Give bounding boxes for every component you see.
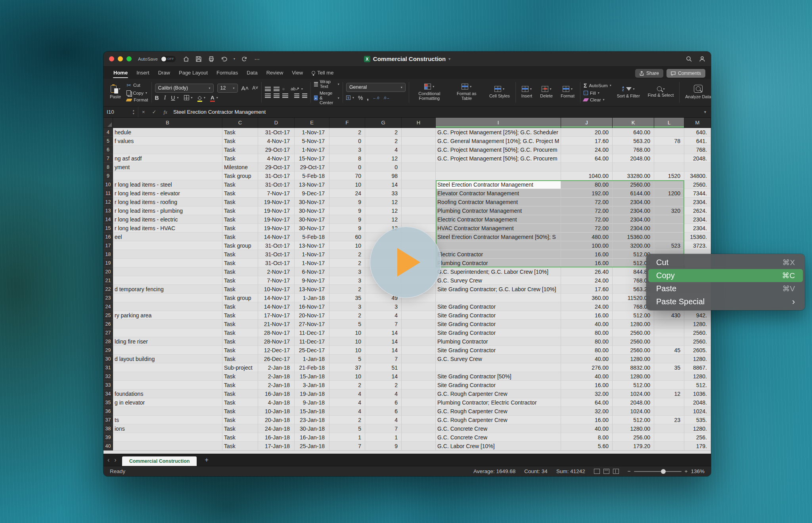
comments-button[interactable]: Comments [666, 69, 705, 78]
font-color-button[interactable]: A▾ [211, 95, 218, 101]
cell-E20[interactable]: 6-Nov-17 [295, 267, 329, 276]
cell-B17[interactable] [113, 241, 222, 250]
row-header-10[interactable]: 10 [103, 180, 113, 189]
cell-I31[interactable] [436, 363, 561, 372]
tab-view[interactable]: View [287, 67, 307, 79]
cell-L15[interactable] [654, 224, 684, 233]
cell-H14[interactable] [402, 215, 436, 224]
row-header-23[interactable]: 23 [103, 294, 113, 302]
cell-L10[interactable] [654, 180, 684, 189]
cell-J11[interactable]: 192.00 [561, 189, 613, 198]
cell-F27[interactable]: 10 [329, 328, 365, 337]
row-header-38[interactable]: 38 [103, 424, 113, 433]
cell-C11[interactable]: Task [222, 189, 258, 198]
cell-K40[interactable]: 179.20 [613, 442, 654, 450]
cell-D6[interactable]: 29-Oct-17 [258, 145, 295, 154]
row-header-14[interactable]: 14 [103, 215, 113, 224]
cell-D32[interactable]: 2-Jan-18 [258, 372, 295, 381]
cell-D8[interactable]: 29-Oct-17 [258, 163, 295, 172]
cell-M39[interactable]: 256. [684, 433, 711, 442]
decrease-indent-icon[interactable] [294, 94, 299, 98]
cell-I20[interactable]: G.C. Superintendent; G.C. Labor Crew [10… [436, 267, 561, 276]
italic-button[interactable]: I [164, 95, 166, 101]
cell-F12[interactable]: 9 [329, 198, 365, 206]
cell-K36[interactable]: 1024.00 [613, 407, 654, 416]
cell-I26[interactable]: Site Grading Contractor [436, 320, 561, 328]
cell-I40[interactable]: G.C. Labor Crew [10%] [436, 442, 561, 450]
cell-G36[interactable]: 6 [365, 407, 402, 416]
cell-D16[interactable]: 14-Nov-17 [258, 233, 295, 241]
row-header-21[interactable]: 21 [103, 276, 113, 285]
cell-B38[interactable]: ions [113, 424, 222, 433]
tab-page-layout[interactable]: Page Layout [174, 67, 212, 79]
cell-F9[interactable]: 70 [329, 172, 365, 180]
cell-B8[interactable]: yment [113, 163, 222, 172]
cell-M6[interactable]: 768. [684, 145, 711, 154]
cell-E30[interactable]: 1-Jan-18 [295, 355, 329, 363]
cell-B7[interactable]: ng asf asdf [113, 154, 222, 163]
cell-I36[interactable]: G.C. Rough Carpenter Crew [436, 407, 561, 416]
row-header-39[interactable]: 39 [103, 433, 113, 442]
cell-L12[interactable] [654, 198, 684, 206]
row-header-16[interactable]: 16 [103, 233, 113, 241]
cell-I12[interactable]: Roofing Contractor Management [436, 198, 561, 206]
cell-I8[interactable] [436, 163, 561, 172]
cell-B10[interactable]: r long lead items - steel [113, 180, 222, 189]
cell-F11[interactable]: 24 [329, 189, 365, 198]
cell-D4[interactable]: 31-Oct-17 [258, 128, 295, 137]
cell-K39[interactable]: 256.00 [613, 433, 654, 442]
cell-E14[interactable]: 30-Nov-17 [295, 215, 329, 224]
row-header-12[interactable]: 12 [103, 198, 113, 206]
cell-E4[interactable]: 1-Nov-17 [295, 128, 329, 137]
cell-M38[interactable]: 1280. [684, 424, 711, 433]
cell-B26[interactable] [113, 320, 222, 328]
cell-H6[interactable] [402, 145, 436, 154]
cell-C17[interactable]: Task group [222, 241, 258, 250]
cell-E19[interactable]: 1-Nov-17 [295, 259, 329, 267]
cell-M37[interactable]: 535. [684, 416, 711, 424]
cell-K13[interactable]: 2304.00 [613, 206, 654, 215]
cell-B19[interactable] [113, 259, 222, 267]
cell-E39[interactable]: 16-Jan-18 [295, 433, 329, 442]
format-cells-button[interactable]: ▾ Format [558, 85, 577, 99]
row-header-4[interactable]: 4 [103, 128, 113, 137]
cell-I9[interactable] [436, 172, 561, 180]
cell-I33[interactable]: Site Grading Contractor [436, 381, 561, 389]
normal-view-icon[interactable] [594, 469, 600, 474]
column-header-b[interactable]: B [113, 118, 222, 128]
cell-I38[interactable]: G.C. Concrete Crew [436, 424, 561, 433]
cell-C39[interactable]: Task [222, 433, 258, 442]
cell-K17[interactable]: 3200.00 [613, 241, 654, 250]
cell-C22[interactable]: Task [222, 285, 258, 294]
cell-D31[interactable]: 2-Jan-18 [258, 363, 295, 372]
cell-F4[interactable]: 2 [329, 128, 365, 137]
page-layout-view-icon[interactable] [603, 469, 609, 474]
cell-I5[interactable]: G.C. General Management [10%]; G.C. Proj… [436, 137, 561, 145]
row-header-6[interactable]: 6 [103, 145, 113, 154]
cell-D19[interactable]: 31-Oct-17 [258, 259, 295, 267]
cell-G24[interactable]: 3 [365, 302, 402, 311]
cell-L38[interactable] [654, 424, 684, 433]
cell-E24[interactable]: 16-Nov-17 [295, 302, 329, 311]
cell-B24[interactable] [113, 302, 222, 311]
cell-G40[interactable]: 9 [365, 442, 402, 450]
cell-M27[interactable]: 2560. [684, 328, 711, 337]
cell-B4[interactable]: hedule [113, 128, 222, 137]
cell-K29[interactable]: 2560.00 [613, 346, 654, 355]
cell-K25[interactable]: 512.00 [613, 311, 654, 320]
cell-G14[interactable]: 12 [365, 215, 402, 224]
cell-C25[interactable]: Task [222, 311, 258, 320]
cell-C18[interactable]: Task [222, 250, 258, 259]
cell-D23[interactable]: 14-Nov-17 [258, 294, 295, 302]
cell-L26[interactable] [654, 320, 684, 328]
cell-L6[interactable] [654, 145, 684, 154]
cell-L29[interactable]: 45 [654, 346, 684, 355]
cell-F25[interactable]: 2 [329, 311, 365, 320]
paste-button[interactable]: ▾ Paste [107, 84, 123, 100]
row-header-24[interactable]: 24 [103, 302, 113, 311]
cell-F10[interactable]: 10 [329, 180, 365, 189]
cell-H5[interactable] [402, 137, 436, 145]
orientation-button[interactable]: ab↗▾ [291, 86, 303, 92]
cell-J5[interactable]: 17.60 [561, 137, 613, 145]
align-left-icon[interactable] [265, 94, 271, 98]
